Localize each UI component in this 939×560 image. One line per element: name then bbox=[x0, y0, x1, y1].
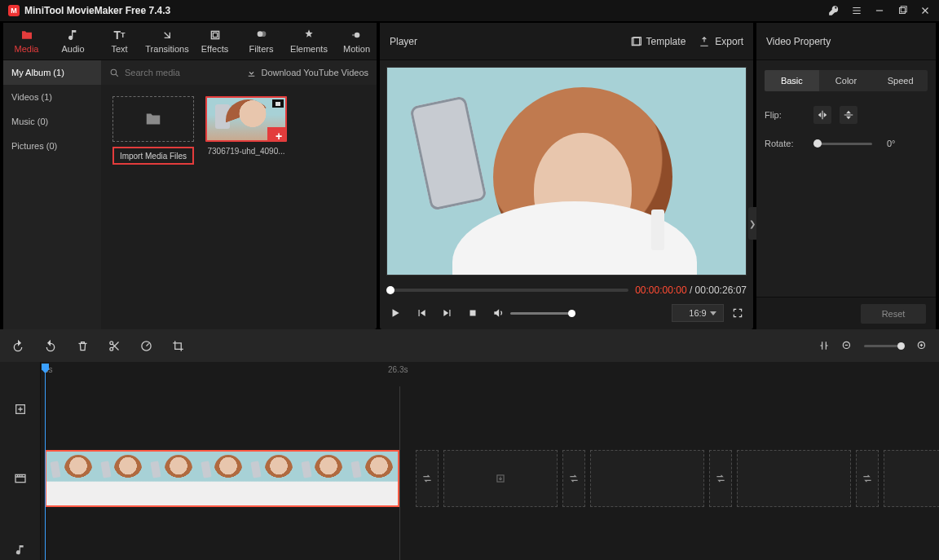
prop-tab-basic[interactable]: Basic bbox=[765, 70, 819, 91]
sidebar-item-videos[interactable]: Videos (1) bbox=[3, 85, 101, 109]
empty-clip-slot[interactable] bbox=[884, 450, 939, 507]
effects-icon bbox=[209, 29, 222, 42]
timeline-clip[interactable] bbox=[45, 450, 399, 507]
time-display: 00:00:00:00 / 00:00:26:07 bbox=[635, 284, 747, 296]
zoom-in-button[interactable] bbox=[916, 340, 928, 351]
zoom-slider[interactable] bbox=[864, 345, 905, 347]
video-track[interactable] bbox=[41, 450, 939, 507]
current-time: 00:00:00:00 bbox=[635, 284, 686, 296]
playhead[interactable] bbox=[45, 364, 46, 560]
empty-clip-slot[interactable] bbox=[443, 450, 558, 507]
media-panel: Media Audio TT Text Transitions Effects … bbox=[3, 23, 377, 329]
tab-filters[interactable]: Filters bbox=[238, 23, 284, 60]
play-button[interactable] bbox=[390, 307, 401, 319]
tab-motion-label: Motion bbox=[343, 44, 370, 54]
license-key-icon[interactable] bbox=[828, 5, 840, 16]
add-clip-button[interactable]: + bbox=[267, 127, 287, 142]
ruler-tick: 26.3s bbox=[388, 365, 408, 374]
tab-text-label: Text bbox=[111, 44, 127, 54]
empty-clip-slot[interactable] bbox=[737, 450, 851, 507]
sidebar-item-myalbum[interactable]: My Album (1) bbox=[3, 60, 101, 85]
tab-transitions[interactable]: Transitions bbox=[143, 23, 192, 60]
import-media-card[interactable]: Import Media Files bbox=[112, 96, 194, 165]
media-clip-thumbnail: + bbox=[205, 96, 287, 142]
timeline-fit-button[interactable] bbox=[818, 340, 830, 351]
delete-button[interactable] bbox=[77, 340, 89, 352]
template-icon bbox=[630, 36, 641, 47]
tab-media[interactable]: Media bbox=[3, 23, 50, 60]
svg-point-6 bbox=[354, 33, 359, 38]
timeline[interactable]: 0s 26.3s bbox=[0, 362, 939, 560]
rotate-slider[interactable] bbox=[813, 143, 872, 145]
aspect-ratio-select[interactable]: 16:9 bbox=[672, 304, 724, 322]
tab-elements[interactable]: Elements bbox=[284, 23, 333, 60]
redo-button[interactable] bbox=[44, 339, 57, 352]
reset-button[interactable]: Reset bbox=[861, 304, 926, 324]
seek-bar[interactable] bbox=[386, 289, 628, 292]
sidebar-item-music[interactable]: Music (0) bbox=[3, 109, 101, 134]
search-input[interactable] bbox=[125, 68, 223, 77]
audio-track[interactable] bbox=[41, 533, 939, 560]
flip-horizontal-button[interactable] bbox=[813, 106, 831, 124]
download-youtube-label: Download YouTube Videos bbox=[262, 68, 369, 77]
folder-icon bbox=[144, 110, 162, 128]
empty-clip-slot[interactable] bbox=[590, 450, 704, 507]
player-title: Player bbox=[390, 36, 417, 47]
download-youtube-button[interactable]: Download YouTube Videos bbox=[246, 68, 369, 78]
next-frame-button[interactable] bbox=[442, 307, 453, 319]
prop-tab-speed[interactable]: Speed bbox=[873, 70, 928, 91]
total-duration: 00:00:26:07 bbox=[695, 284, 747, 296]
prop-tab-color[interactable]: Color bbox=[819, 70, 874, 91]
tab-text[interactable]: TT Text bbox=[96, 23, 143, 60]
fullscreen-button[interactable] bbox=[732, 307, 743, 319]
tab-effects-label: Effects bbox=[201, 44, 228, 54]
folder-icon bbox=[20, 29, 33, 42]
timeline-toolbar bbox=[0, 329, 939, 362]
stop-button[interactable] bbox=[468, 308, 478, 318]
undo-button[interactable] bbox=[11, 339, 24, 352]
export-button[interactable]: Export bbox=[699, 36, 743, 47]
time-ruler[interactable]: 0s 26.3s bbox=[41, 362, 939, 386]
tab-audio[interactable]: Audio bbox=[50, 23, 96, 60]
split-button[interactable] bbox=[108, 340, 121, 352]
app-title: MiniTool MovieMaker Free 7.4.3 bbox=[24, 5, 170, 16]
transition-slot[interactable] bbox=[856, 450, 879, 507]
rotate-label: Rotate: bbox=[765, 139, 805, 148]
svg-rect-0 bbox=[900, 8, 906, 14]
audio-track-icon bbox=[0, 535, 41, 560]
tab-motion[interactable]: Motion bbox=[333, 23, 380, 60]
tab-elements-label: Elements bbox=[290, 44, 328, 54]
flip-vertical-button[interactable] bbox=[840, 106, 857, 124]
menu-icon[interactable] bbox=[851, 5, 862, 16]
volume-icon[interactable] bbox=[492, 307, 504, 319]
transition-slot[interactable] bbox=[562, 450, 585, 507]
svg-point-5 bbox=[260, 31, 266, 37]
zoom-out-button[interactable] bbox=[841, 340, 853, 351]
svg-rect-11 bbox=[470, 311, 476, 316]
close-button[interactable] bbox=[919, 5, 931, 16]
crop-button[interactable] bbox=[172, 340, 184, 352]
text-icon: TT bbox=[113, 29, 126, 42]
prev-frame-button[interactable] bbox=[416, 307, 427, 319]
svg-point-7 bbox=[352, 34, 355, 37]
speed-button[interactable] bbox=[140, 340, 152, 352]
export-icon bbox=[699, 36, 710, 47]
video-preview[interactable] bbox=[386, 67, 747, 276]
panel-expand-handle[interactable]: ❯ bbox=[748, 207, 756, 240]
template-button[interactable]: Template bbox=[630, 36, 686, 47]
volume-slider[interactable] bbox=[510, 312, 575, 315]
transition-slot[interactable] bbox=[709, 450, 732, 507]
rotate-value: 0° bbox=[887, 139, 896, 148]
tab-effects[interactable]: Effects bbox=[192, 23, 238, 60]
sidebar-item-pictures[interactable]: Pictures (0) bbox=[3, 134, 101, 158]
template-label: Template bbox=[646, 36, 686, 47]
media-clip-card[interactable]: + 7306719-uhd_4090... bbox=[205, 96, 287, 156]
export-label: Export bbox=[715, 36, 743, 47]
title-bar: M MiniTool MovieMaker Free 7.4.3 bbox=[0, 0, 939, 21]
add-track-button[interactable] bbox=[0, 395, 41, 424]
media-sidebar: My Album (1) Videos (1) Music (0) Pictur… bbox=[3, 60, 101, 329]
minimize-button[interactable] bbox=[874, 5, 885, 16]
import-media-label: Import Media Files bbox=[112, 147, 194, 165]
maximize-button[interactable] bbox=[897, 5, 908, 16]
transition-slot[interactable] bbox=[416, 450, 439, 507]
